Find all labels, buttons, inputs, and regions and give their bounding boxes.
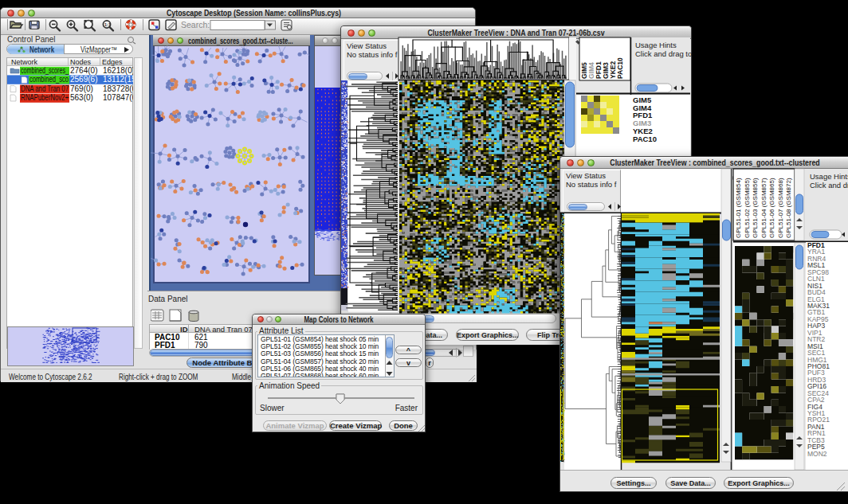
- svg-text:Usage Hints: Usage Hints: [810, 172, 848, 181]
- svg-text:GPL51-08 (GSM872): GPL51-08 (GSM872): [785, 178, 792, 238]
- svg-text:GPL51-06 (GSM865): GPL51-06 (GSM865): [768, 178, 775, 238]
- svg-text:GPL51-02 (GSM855): GPL51-02 (GSM855): [744, 178, 751, 238]
- svg-text:GPL51-07 (GSM868): GPL51-07 (GSM868): [777, 178, 784, 238]
- svg-text:GPL51-01 (GSM854): GPL51-01 (GSM854): [735, 178, 742, 238]
- svg-text:GPL51-03 (GSM856): GPL51-03 (GSM856): [752, 178, 759, 238]
- svg-text:GPL51-04 (GSM857): GPL51-04 (GSM857): [760, 178, 768, 238]
- svg-text:Click and drag: Click and drag: [810, 181, 848, 189]
